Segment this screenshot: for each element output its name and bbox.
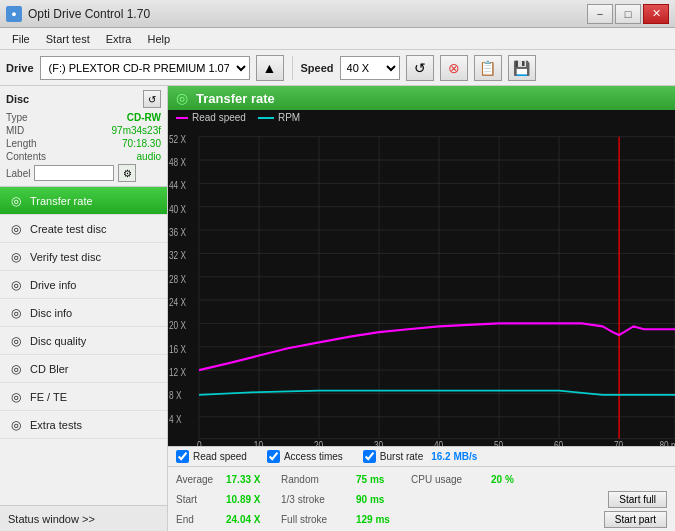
disc-refresh-button[interactable]: ↺: [143, 90, 161, 108]
disc-quality-icon: ◎: [8, 333, 24, 349]
access-times-check-label: Access times: [284, 451, 343, 462]
svg-text:60: 60: [554, 439, 564, 446]
separator: [292, 56, 293, 80]
disc-length-value: 70:18.30: [122, 138, 161, 149]
disc-label-row: Label ⚙: [6, 164, 161, 182]
start-value: 10.89 X: [226, 494, 281, 505]
stats-row-average: Average 17.33 X Random 75 ms CPU usage 2…: [176, 469, 667, 489]
status-window-button[interactable]: Status window >>: [0, 505, 167, 531]
refresh-button[interactable]: ↺: [406, 55, 434, 81]
menu-extra[interactable]: Extra: [98, 31, 140, 47]
nav-item-disc-quality[interactable]: ◎ Disc quality: [0, 327, 167, 355]
menu-start-test[interactable]: Start test: [38, 31, 98, 47]
nav-verify-test-disc-label: Verify test disc: [30, 251, 101, 263]
stats-checkboxes: Read speed Access times Burst rate 16.2 …: [168, 447, 675, 467]
sidebar: Disc ↺ Type CD-RW MID 97m34s23f Length 7…: [0, 86, 168, 531]
drive-select[interactable]: (F:) PLEXTOR CD-R PREMIUM 1.07: [40, 56, 250, 80]
burst-rate-checkbox[interactable]: [363, 450, 376, 463]
disc-contents-label: Contents: [6, 151, 46, 162]
svg-text:36 X: 36 X: [169, 226, 186, 239]
cpu-usage-value: 20 %: [491, 474, 546, 485]
disc-panel: Disc ↺ Type CD-RW MID 97m34s23f Length 7…: [0, 86, 167, 187]
random-label: Random: [281, 474, 356, 485]
nav-item-drive-info[interactable]: ◎ Drive info: [0, 271, 167, 299]
svg-text:44 X: 44 X: [169, 179, 186, 192]
random-value: 75 ms: [356, 474, 411, 485]
app-icon: ●: [6, 6, 22, 22]
nav-item-create-test-disc[interactable]: ◎ Create test disc: [0, 215, 167, 243]
disc-info-icon: ◎: [8, 305, 24, 321]
clear-button[interactable]: ⊗: [440, 55, 468, 81]
nav-fe-te-label: FE / TE: [30, 391, 67, 403]
disc-type-label: Type: [6, 112, 28, 123]
speed-label: Speed: [301, 62, 334, 74]
maximize-button[interactable]: □: [615, 4, 641, 24]
stats-row-start: Start 10.89 X 1/3 stroke 90 ms Start ful…: [176, 489, 667, 509]
check-burst-rate: Burst rate 16.2 MB/s: [363, 450, 478, 463]
svg-text:10: 10: [254, 439, 264, 446]
check-read-speed: Read speed: [176, 450, 247, 463]
one-third-stroke-label: 1/3 stroke: [281, 494, 356, 505]
svg-text:20 X: 20 X: [169, 319, 186, 332]
legend-read-speed-color: [176, 117, 188, 119]
chart-title: Transfer rate: [196, 91, 275, 106]
disc-label-input[interactable]: [34, 165, 114, 181]
disc-contents-value: audio: [137, 151, 161, 162]
nav-item-verify-test-disc[interactable]: ◎ Verify test disc: [0, 243, 167, 271]
burst-rate-check-label: Burst rate: [380, 451, 423, 462]
start-part-button[interactable]: Start part: [604, 511, 667, 528]
verify-test-disc-icon: ◎: [8, 249, 24, 265]
svg-text:80 min: 80 min: [659, 439, 675, 446]
nav-cd-bler-label: CD Bler: [30, 363, 69, 375]
menu-help[interactable]: Help: [139, 31, 178, 47]
disc-panel-title: Disc: [6, 93, 29, 105]
check-access-times: Access times: [267, 450, 343, 463]
chart-header: ◎ Transfer rate: [168, 86, 675, 110]
copy-button[interactable]: 📋: [474, 55, 502, 81]
cpu-usage-label: CPU usage: [411, 474, 491, 485]
svg-text:32 X: 32 X: [169, 249, 186, 262]
nav-disc-info-label: Disc info: [30, 307, 72, 319]
disc-type-value: CD-RW: [127, 112, 161, 123]
start-full-button[interactable]: Start full: [608, 491, 667, 508]
nav-item-disc-info[interactable]: ◎ Disc info: [0, 299, 167, 327]
chart-legend: Read speed RPM: [168, 110, 675, 125]
menu-file[interactable]: File: [4, 31, 38, 47]
svg-text:16 X: 16 X: [169, 342, 186, 355]
stats-rows: Average 17.33 X Random 75 ms CPU usage 2…: [168, 467, 675, 531]
speed-select[interactable]: 40 X: [340, 56, 400, 80]
eject-button[interactable]: ▲: [256, 55, 284, 81]
title-bar-left: ● Opti Drive Control 1.70: [6, 6, 150, 22]
svg-text:24 X: 24 X: [169, 296, 186, 309]
minimize-button[interactable]: −: [587, 4, 613, 24]
nav-drive-info-label: Drive info: [30, 279, 76, 291]
svg-text:30: 30: [374, 439, 384, 446]
disc-type-row: Type CD-RW: [6, 112, 161, 123]
nav-extra-tests-label: Extra tests: [30, 419, 82, 431]
menu-bar: File Start test Extra Help: [0, 28, 675, 50]
svg-text:40 X: 40 X: [169, 202, 186, 215]
svg-text:52 X: 52 X: [169, 132, 186, 145]
drive-label: Drive: [6, 62, 34, 74]
svg-text:0: 0: [197, 439, 202, 446]
svg-rect-0: [168, 125, 675, 446]
start-label: Start: [176, 494, 226, 505]
save-button[interactable]: 💾: [508, 55, 536, 81]
nav-item-transfer-rate[interactable]: ◎ Transfer rate: [0, 187, 167, 215]
access-times-checkbox[interactable]: [267, 450, 280, 463]
legend-read-speed-label: Read speed: [192, 112, 246, 123]
close-button[interactable]: ✕: [643, 4, 669, 24]
end-value: 24.04 X: [226, 514, 281, 525]
average-label: Average: [176, 474, 226, 485]
svg-text:70: 70: [614, 439, 624, 446]
full-stroke-label: Full stroke: [281, 514, 356, 525]
one-third-stroke-value: 90 ms: [356, 494, 411, 505]
nav-item-extra-tests[interactable]: ◎ Extra tests: [0, 411, 167, 439]
nav-item-fe-te[interactable]: ◎ FE / TE: [0, 383, 167, 411]
disc-label-icon-button[interactable]: ⚙: [118, 164, 136, 182]
nav-item-cd-bler[interactable]: ◎ CD Bler: [0, 355, 167, 383]
title-bar-controls: − □ ✕: [587, 4, 669, 24]
read-speed-checkbox[interactable]: [176, 450, 189, 463]
stats-area: Read speed Access times Burst rate 16.2 …: [168, 446, 675, 531]
nav-transfer-rate-label: Transfer rate: [30, 195, 93, 207]
